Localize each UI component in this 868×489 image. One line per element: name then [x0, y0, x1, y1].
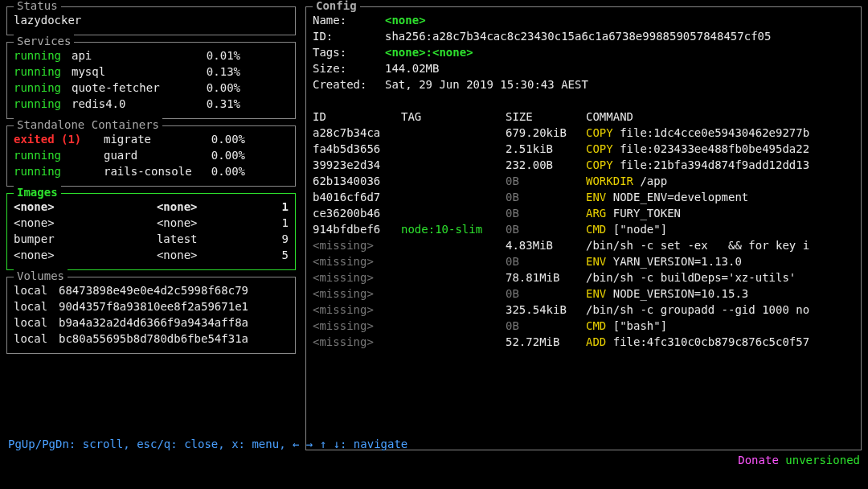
layer-row[interactable]: 39923e2d34232.00BCOPY file:21bfa394d874f…: [313, 157, 854, 173]
image-row[interactable]: <none><none>1: [14, 199, 289, 215]
image-row[interactable]: <none><none>1: [14, 215, 289, 231]
container-name: guard: [104, 147, 200, 163]
image-count: 9: [276, 231, 289, 247]
service-status: running: [14, 64, 72, 80]
layer-row[interactable]: <missing>0BENV YARN_VERSION=1.13.0: [313, 253, 854, 269]
images-panel[interactable]: Images <none><none>1<none><none>1bumperl…: [6, 193, 296, 270]
layer-command: CMD ["bash"]: [586, 318, 667, 334]
config-panel-title: Config: [313, 0, 360, 14]
services-panel[interactable]: Services runningapi0.01%runningmysql0.13…: [6, 42, 296, 119]
layer-row[interactable]: <missing>4.83MiB/bin/sh -c set -ex && fo…: [313, 237, 854, 253]
volume-row[interactable]: localb9a4a32a2d4d6366f9a9434aff8a: [14, 314, 289, 331]
container-status: running: [14, 147, 104, 163]
container-row[interactable]: exited (1)migrate0.00%: [14, 131, 289, 147]
image-count: 1: [276, 199, 289, 215]
container-pct: 0.00%: [200, 163, 245, 179]
layer-row[interactable]: 914bfdbef6node:10-slim0BCMD ["node"]: [313, 221, 854, 237]
layer-tag: [401, 237, 506, 253]
meta-size-value: 144.02MB: [385, 60, 439, 76]
layer-id: <missing>: [313, 334, 401, 350]
status-value: lazydocker: [14, 12, 289, 28]
image-row[interactable]: <none><none>5: [14, 247, 289, 263]
image-count: 1: [276, 215, 289, 231]
layer-row[interactable]: 62b13400360BWORKDIR /app: [313, 173, 854, 189]
image-repo: <none>: [14, 215, 157, 231]
service-status: running: [14, 80, 72, 96]
volume-row[interactable]: local90d4357f8a93810ee8f2a59671e1: [14, 298, 289, 314]
image-row[interactable]: bumperlatest9: [14, 231, 289, 247]
layer-tag: [401, 141, 506, 157]
layer-tag: [401, 318, 506, 334]
image-count: 5: [276, 247, 289, 263]
layer-tag: [401, 286, 506, 302]
volume-name: 90d4357f8a93810ee8f2a59671e1: [59, 298, 248, 314]
layer-row[interactable]: <missing>78.81MiB/bin/sh -c buildDeps='x…: [313, 269, 854, 286]
layer-command: /bin/sh -c groupadd --gid 1000 no: [586, 302, 809, 318]
volumes-panel[interactable]: Volumes local68473898e49e0e4d2c5998f68c7…: [6, 277, 296, 354]
volume-row[interactable]: local68473898e49e0e4d2c5998f68c79: [14, 282, 289, 298]
standalone-panel[interactable]: Standalone Containers exited (1)migrate0…: [6, 125, 296, 187]
layer-id: ce36200b46: [313, 205, 401, 221]
layer-command: COPY file:023433ee488fb0be495da22: [586, 141, 809, 157]
layer-row[interactable]: a28c7b34ca679.20kiBCOPY file:1dc4cce0e59…: [313, 125, 854, 141]
meta-id-label: ID:: [313, 28, 385, 44]
layer-size: 0B: [506, 205, 586, 221]
services-panel-title: Services: [14, 33, 74, 49]
layer-id: fa4b5d3656: [313, 141, 401, 157]
container-row[interactable]: runningguard0.00%: [14, 147, 289, 163]
layer-command-kw: ENV: [586, 255, 606, 268]
layer-command: COPY file:21bfa394d874f9add12dd13: [586, 157, 809, 173]
image-repo: <none>: [14, 199, 157, 215]
volume-name: 68473898e49e0e4d2c5998f68c79: [59, 282, 248, 298]
layer-tag: [401, 334, 506, 350]
layer-row[interactable]: b4016cf6d70BENV NODE_ENV=development: [313, 189, 854, 205]
layer-id: <missing>: [313, 302, 401, 318]
layer-command-kw: ENV: [586, 191, 606, 203]
volume-row[interactable]: localbc80a55695b8d780db6fbe54f31a: [14, 331, 289, 347]
layer-tag: [401, 253, 506, 269]
layer-size: 0B: [506, 189, 586, 205]
image-repo: bumper: [14, 231, 157, 247]
layer-row[interactable]: fa4b5d36562.51kiBCOPY file:023433ee488fb…: [313, 141, 854, 157]
service-row[interactable]: runningmysql0.13%: [14, 64, 289, 80]
layer-size: 52.72MiB: [506, 334, 586, 350]
service-row[interactable]: runningapi0.01%: [14, 47, 289, 64]
service-row[interactable]: runningquote-fetcher0.00%: [14, 80, 289, 96]
layer-row[interactable]: <missing>0BENV NODE_VERSION=10.15.3: [313, 286, 854, 302]
meta-name-value: <none>: [385, 12, 426, 28]
service-name: mysql: [72, 64, 192, 80]
meta-tags-label: Tags:: [313, 44, 385, 60]
header-tag: TAG: [401, 109, 506, 125]
service-row[interactable]: runningredis4.00.31%: [14, 96, 289, 112]
container-name: migrate: [104, 131, 200, 147]
status-panel[interactable]: Status lazydocker: [6, 6, 296, 35]
meta-id-value: sha256:a28c7b34cac8c23430c15a6c1a6738e99…: [385, 28, 771, 44]
layer-tag: [401, 189, 506, 205]
meta-size-label: Size:: [313, 60, 385, 76]
image-tag: <none>: [157, 199, 276, 215]
layer-row[interactable]: <missing>325.54kiB/bin/sh -c groupadd --…: [313, 302, 854, 318]
footer-donate[interactable]: Donate: [738, 454, 779, 466]
layer-row[interactable]: ce36200b460BARG FURY_TOKEN: [313, 205, 854, 221]
layer-id: <missing>: [313, 253, 401, 269]
container-row[interactable]: runningrails-console0.00%: [14, 163, 289, 179]
layer-id: b4016cf6d7: [313, 189, 401, 205]
config-panel[interactable]: Config Name:<none> ID:sha256:a28c7b34cac…: [305, 6, 862, 450]
layer-size: 0B: [506, 286, 586, 302]
layer-command: ENV NODE_VERSION=10.15.3: [586, 286, 748, 302]
layer-command-kw: WORKDIR: [586, 175, 633, 187]
layer-id: <missing>: [313, 237, 401, 253]
layer-command: ADD file:4fc310c0cb879c876c5c0f57: [586, 334, 809, 350]
container-status: exited (1): [14, 131, 104, 147]
layer-row[interactable]: <missing>0BCMD ["bash"]: [313, 318, 854, 334]
layers-header: ID TAG SIZE COMMAND: [313, 109, 854, 125]
layer-command: /bin/sh -c set -ex && for key i: [586, 237, 809, 253]
service-name: redis4.0: [72, 96, 192, 112]
layer-size: 4.83MiB: [506, 237, 586, 253]
volume-scope: local: [14, 282, 59, 298]
layer-row[interactable]: <missing>52.72MiBADD file:4fc310c0cb879c…: [313, 334, 854, 350]
layer-command-kw: COPY: [586, 158, 613, 171]
volume-scope: local: [14, 298, 59, 314]
meta-tags-value: <none>:<none>: [385, 44, 473, 60]
images-panel-title: Images: [14, 184, 61, 200]
